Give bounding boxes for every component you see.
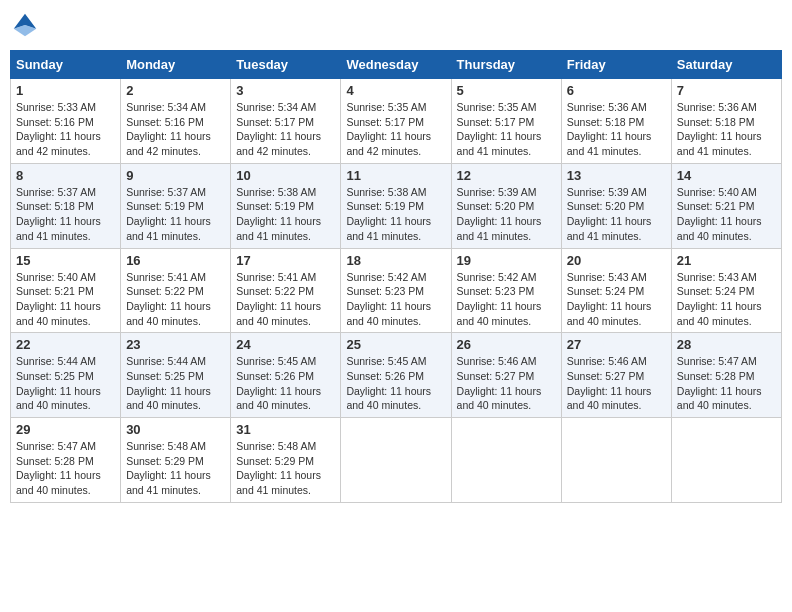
- day-number: 6: [567, 83, 666, 98]
- daylight-label: Daylight: 11 hours and 40 minutes.: [677, 385, 762, 412]
- day-info: Sunrise: 5:45 AM Sunset: 5:26 PM Dayligh…: [236, 354, 335, 413]
- day-number: 30: [126, 422, 225, 437]
- daylight-label: Daylight: 11 hours and 41 minutes.: [16, 215, 101, 242]
- header-friday: Friday: [561, 51, 671, 79]
- calendar-cell: 21 Sunrise: 5:43 AM Sunset: 5:24 PM Dayl…: [671, 248, 781, 333]
- calendar-cell: 31 Sunrise: 5:48 AM Sunset: 5:29 PM Dayl…: [231, 418, 341, 503]
- day-info: Sunrise: 5:35 AM Sunset: 5:17 PM Dayligh…: [346, 100, 445, 159]
- day-number: 7: [677, 83, 776, 98]
- logo: [10, 10, 44, 40]
- day-info: Sunrise: 5:40 AM Sunset: 5:21 PM Dayligh…: [677, 185, 776, 244]
- sunset-label: Sunset: 5:26 PM: [236, 370, 314, 382]
- sunrise-label: Sunrise: 5:38 AM: [346, 186, 426, 198]
- sunrise-label: Sunrise: 5:44 AM: [16, 355, 96, 367]
- calendar-header-row: SundayMondayTuesdayWednesdayThursdayFrid…: [11, 51, 782, 79]
- sunrise-label: Sunrise: 5:38 AM: [236, 186, 316, 198]
- sunrise-label: Sunrise: 5:41 AM: [126, 271, 206, 283]
- sunset-label: Sunset: 5:18 PM: [677, 116, 755, 128]
- sunset-label: Sunset: 5:17 PM: [236, 116, 314, 128]
- day-info: Sunrise: 5:34 AM Sunset: 5:17 PM Dayligh…: [236, 100, 335, 159]
- daylight-label: Daylight: 11 hours and 42 minutes.: [236, 130, 321, 157]
- daylight-label: Daylight: 11 hours and 40 minutes.: [346, 300, 431, 327]
- sunset-label: Sunset: 5:28 PM: [677, 370, 755, 382]
- day-info: Sunrise: 5:43 AM Sunset: 5:24 PM Dayligh…: [677, 270, 776, 329]
- sunrise-label: Sunrise: 5:35 AM: [457, 101, 537, 113]
- calendar-cell: 10 Sunrise: 5:38 AM Sunset: 5:19 PM Dayl…: [231, 163, 341, 248]
- calendar-cell: 8 Sunrise: 5:37 AM Sunset: 5:18 PM Dayli…: [11, 163, 121, 248]
- header-sunday: Sunday: [11, 51, 121, 79]
- sunset-label: Sunset: 5:21 PM: [16, 285, 94, 297]
- sunset-label: Sunset: 5:17 PM: [346, 116, 424, 128]
- calendar-week-3: 15 Sunrise: 5:40 AM Sunset: 5:21 PM Dayl…: [11, 248, 782, 333]
- calendar-cell: 5 Sunrise: 5:35 AM Sunset: 5:17 PM Dayli…: [451, 79, 561, 164]
- sunrise-label: Sunrise: 5:34 AM: [236, 101, 316, 113]
- day-number: 17: [236, 253, 335, 268]
- day-number: 31: [236, 422, 335, 437]
- daylight-label: Daylight: 11 hours and 41 minutes.: [126, 469, 211, 496]
- day-number: 1: [16, 83, 115, 98]
- day-number: 24: [236, 337, 335, 352]
- day-info: Sunrise: 5:47 AM Sunset: 5:28 PM Dayligh…: [16, 439, 115, 498]
- daylight-label: Daylight: 11 hours and 41 minutes.: [677, 130, 762, 157]
- day-number: 11: [346, 168, 445, 183]
- header-wednesday: Wednesday: [341, 51, 451, 79]
- sunrise-label: Sunrise: 5:37 AM: [126, 186, 206, 198]
- calendar-week-5: 29 Sunrise: 5:47 AM Sunset: 5:28 PM Dayl…: [11, 418, 782, 503]
- calendar-cell: 29 Sunrise: 5:47 AM Sunset: 5:28 PM Dayl…: [11, 418, 121, 503]
- day-info: Sunrise: 5:43 AM Sunset: 5:24 PM Dayligh…: [567, 270, 666, 329]
- sunset-label: Sunset: 5:18 PM: [567, 116, 645, 128]
- day-number: 29: [16, 422, 115, 437]
- day-info: Sunrise: 5:37 AM Sunset: 5:18 PM Dayligh…: [16, 185, 115, 244]
- day-info: Sunrise: 5:34 AM Sunset: 5:16 PM Dayligh…: [126, 100, 225, 159]
- daylight-label: Daylight: 11 hours and 42 minutes.: [16, 130, 101, 157]
- sunrise-label: Sunrise: 5:33 AM: [16, 101, 96, 113]
- sunrise-label: Sunrise: 5:40 AM: [677, 186, 757, 198]
- calendar-cell: 17 Sunrise: 5:41 AM Sunset: 5:22 PM Dayl…: [231, 248, 341, 333]
- day-info: Sunrise: 5:42 AM Sunset: 5:23 PM Dayligh…: [346, 270, 445, 329]
- calendar-cell: 23 Sunrise: 5:44 AM Sunset: 5:25 PM Dayl…: [121, 333, 231, 418]
- sunrise-label: Sunrise: 5:41 AM: [236, 271, 316, 283]
- day-info: Sunrise: 5:38 AM Sunset: 5:19 PM Dayligh…: [346, 185, 445, 244]
- sunrise-label: Sunrise: 5:36 AM: [567, 101, 647, 113]
- sunset-label: Sunset: 5:24 PM: [677, 285, 755, 297]
- sunrise-label: Sunrise: 5:42 AM: [457, 271, 537, 283]
- daylight-label: Daylight: 11 hours and 40 minutes.: [126, 385, 211, 412]
- sunrise-label: Sunrise: 5:47 AM: [16, 440, 96, 452]
- sunset-label: Sunset: 5:28 PM: [16, 455, 94, 467]
- sunset-label: Sunset: 5:21 PM: [677, 200, 755, 212]
- header-tuesday: Tuesday: [231, 51, 341, 79]
- sunset-label: Sunset: 5:25 PM: [16, 370, 94, 382]
- calendar-cell: 3 Sunrise: 5:34 AM Sunset: 5:17 PM Dayli…: [231, 79, 341, 164]
- day-number: 21: [677, 253, 776, 268]
- day-info: Sunrise: 5:40 AM Sunset: 5:21 PM Dayligh…: [16, 270, 115, 329]
- day-number: 25: [346, 337, 445, 352]
- daylight-label: Daylight: 11 hours and 40 minutes.: [16, 300, 101, 327]
- day-info: Sunrise: 5:45 AM Sunset: 5:26 PM Dayligh…: [346, 354, 445, 413]
- calendar-cell: 26 Sunrise: 5:46 AM Sunset: 5:27 PM Dayl…: [451, 333, 561, 418]
- day-info: Sunrise: 5:44 AM Sunset: 5:25 PM Dayligh…: [126, 354, 225, 413]
- sunset-label: Sunset: 5:17 PM: [457, 116, 535, 128]
- day-number: 2: [126, 83, 225, 98]
- calendar-cell: 19 Sunrise: 5:42 AM Sunset: 5:23 PM Dayl…: [451, 248, 561, 333]
- day-info: Sunrise: 5:36 AM Sunset: 5:18 PM Dayligh…: [677, 100, 776, 159]
- day-info: Sunrise: 5:48 AM Sunset: 5:29 PM Dayligh…: [126, 439, 225, 498]
- sunset-label: Sunset: 5:23 PM: [346, 285, 424, 297]
- day-number: 20: [567, 253, 666, 268]
- day-number: 14: [677, 168, 776, 183]
- calendar-cell: 12 Sunrise: 5:39 AM Sunset: 5:20 PM Dayl…: [451, 163, 561, 248]
- sunrise-label: Sunrise: 5:35 AM: [346, 101, 426, 113]
- daylight-label: Daylight: 11 hours and 40 minutes.: [346, 385, 431, 412]
- sunset-label: Sunset: 5:24 PM: [567, 285, 645, 297]
- sunrise-label: Sunrise: 5:39 AM: [567, 186, 647, 198]
- calendar-cell: [341, 418, 451, 503]
- calendar-week-2: 8 Sunrise: 5:37 AM Sunset: 5:18 PM Dayli…: [11, 163, 782, 248]
- calendar-cell: [451, 418, 561, 503]
- daylight-label: Daylight: 11 hours and 41 minutes.: [567, 215, 652, 242]
- header-saturday: Saturday: [671, 51, 781, 79]
- sunset-label: Sunset: 5:23 PM: [457, 285, 535, 297]
- daylight-label: Daylight: 11 hours and 40 minutes.: [16, 385, 101, 412]
- day-info: Sunrise: 5:37 AM Sunset: 5:19 PM Dayligh…: [126, 185, 225, 244]
- calendar-cell: 9 Sunrise: 5:37 AM Sunset: 5:19 PM Dayli…: [121, 163, 231, 248]
- calendar-week-4: 22 Sunrise: 5:44 AM Sunset: 5:25 PM Dayl…: [11, 333, 782, 418]
- calendar-cell: 1 Sunrise: 5:33 AM Sunset: 5:16 PM Dayli…: [11, 79, 121, 164]
